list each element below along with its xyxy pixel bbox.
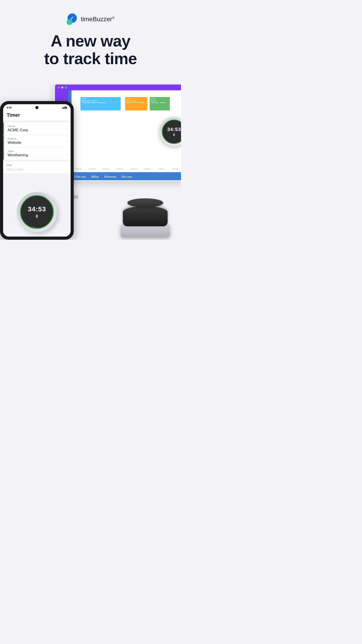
time-label-2: 08:00 am: [85, 168, 99, 172]
phone-timer-section: 34:53 ⏸ timeBuzzer: [3, 188, 71, 236]
signal-bar-3: [65, 106, 66, 109]
projects-value: Website: [7, 140, 66, 145]
phone-time: 9:30: [7, 106, 12, 109]
desktop-titlebar: [55, 84, 181, 90]
time-label-3: 09:00 am: [99, 168, 113, 172]
desktop-timer-outer: 34:53 ⏸: [160, 117, 181, 146]
clients-value: ACME Corp.: [7, 128, 66, 132]
phone-timer-inner: 34:53 ⏸: [20, 195, 54, 229]
brand-name-part2: Buzzer: [93, 16, 112, 22]
bottom-bar-projects: Projects Website: [91, 174, 99, 178]
brand-name-part1: time: [81, 16, 93, 22]
signal-bar-1: [62, 108, 63, 109]
note-label: Note: [7, 164, 67, 166]
projects-label: Projects: [7, 137, 66, 140]
phone-field-clients[interactable]: Clients ACME Corp. ›: [3, 122, 71, 134]
phone-screen: 9:30 Timer: [3, 104, 71, 236]
tasks-value: Wireframing: [7, 153, 66, 158]
logo-circle-teal: [67, 19, 72, 25]
event-block-blue: 2h 39m Create website template Visual St…: [80, 97, 121, 110]
desktop-timer-overlay: 34:53 ⏸: [160, 117, 181, 146]
window-minimize-dot: [61, 86, 63, 88]
phone-field-clients-inner: Clients ACME Corp.: [7, 125, 66, 132]
desktop-pause-icon: ⏸: [172, 133, 176, 137]
phone-pause-icon: ⏸: [35, 214, 39, 219]
phone-field-tasks-inner: Tasks Wireframing: [7, 150, 66, 158]
phone-field-projects-inner: Projects Website: [7, 137, 66, 145]
clients-label: Clients: [7, 125, 66, 128]
devices-scene: 2h 39m Create website template Visual St…: [0, 83, 181, 240]
event-block-green: 0h 34m (No note) ACME Corp. · Website: [150, 97, 170, 110]
window-close-dot: [58, 86, 60, 88]
bottom-clients-value: ACME Corp.: [74, 176, 86, 178]
tasks-label: Tasks: [7, 150, 66, 152]
event-orange-tags: Violet & Sun Ltd · Marketing: [126, 102, 146, 104]
note-placeholder: Add a note...: [7, 167, 67, 171]
projects-chevron-icon: ›: [66, 139, 67, 143]
phone-field-tasks[interactable]: Tasks Wireframing ›: [3, 148, 71, 160]
hero-title: A new way to track time: [44, 32, 137, 68]
event-orange-duration: 1h 21m: [126, 98, 146, 100]
brand-name: timeBuzzer®: [81, 16, 114, 23]
time-label-7: 1:00 pm: [154, 168, 168, 172]
phone-frame: 9:30 Timer: [0, 101, 74, 240]
time-label-4: 10:00 am: [113, 168, 127, 172]
phone-timer-outer: 34:53 ⏸ timeBuzzer: [17, 192, 57, 232]
phone-fields: Clients ACME Corp. › Projects Website ›: [3, 120, 71, 176]
hero-line2: to track time: [44, 50, 137, 68]
top-section: timeBuzzer® A new way to track time: [0, 0, 181, 83]
phone-signal: [62, 106, 67, 109]
event-green-tags: ACME Corp. · Website: [151, 102, 168, 104]
event-blue-title: Create website template: [82, 100, 119, 102]
logo-icon: [67, 14, 78, 25]
phone-camera: [35, 106, 38, 109]
hardware-buzzer-section: [114, 173, 177, 240]
phone-title: Timer: [7, 112, 67, 118]
hero-line1: A new way: [51, 32, 130, 50]
event-orange-title: Send newsletter: [126, 100, 146, 102]
desktop-timer-inner: 34:53 ⏸: [162, 120, 181, 144]
desktop-screen: 2h 39m Create website template Visual St…: [55, 90, 181, 180]
event-green-duration: 0h 34m: [151, 98, 168, 100]
signal-bar-4: [66, 107, 67, 109]
event-blue-duration: 2h 39m: [82, 98, 119, 100]
event-green-title: (No note): [151, 100, 168, 102]
phone-timer-display: 34:53: [28, 205, 46, 213]
desktop-timer-display: 34:53: [167, 126, 181, 132]
phone-header: Timer: [3, 110, 71, 120]
logo-row: timeBuzzer®: [67, 14, 114, 25]
bottom-bar-clients: Clients ACME Corp.: [74, 174, 86, 178]
signal-bar-2: [63, 107, 64, 109]
phone-field-projects[interactable]: Projects Website ›: [3, 135, 71, 147]
event-blue-tags: Visual Studio · Website · Development: [82, 102, 119, 104]
time-axis: 07:00 am 08:00 am 09:00 am 10:00 am 11:0…: [71, 168, 181, 172]
brand-registered: ®: [112, 16, 114, 20]
hardware-puck: [123, 206, 168, 226]
phone-status-bar: 9:30: [3, 104, 71, 110]
bottom-projects-value: Website: [91, 176, 99, 178]
event-block-orange: 1h 21m Send newsletter Violet & Sun Ltd …: [125, 97, 147, 110]
clients-chevron-icon: ›: [66, 126, 67, 130]
time-label-5: 11:00 am: [127, 168, 141, 172]
phone-note-field[interactable]: Note Add a note...: [3, 162, 71, 173]
hardware-puck-top: [127, 198, 163, 207]
time-label-8: 3:00 pm: [168, 168, 181, 172]
window-maximize-dot: [65, 86, 67, 88]
time-label-6: 12:00 pm: [141, 168, 154, 172]
tasks-chevron-icon: ›: [66, 152, 67, 156]
phone-mockup: 9:30 Timer: [0, 101, 74, 240]
